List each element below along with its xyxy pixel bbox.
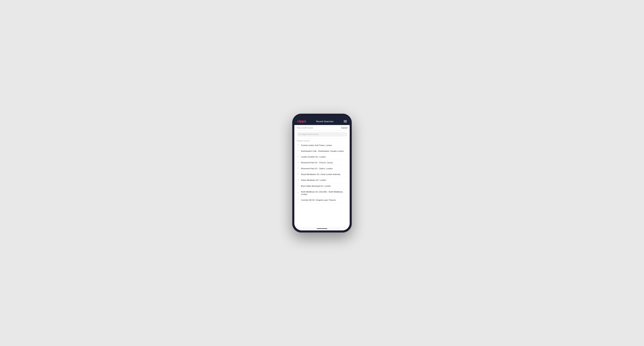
home-indicator xyxy=(317,228,327,229)
course-name: London Scottish GC, London xyxy=(301,156,326,158)
cancel-button[interactable]: Cancel xyxy=(341,127,347,129)
content-area: Find a Golf Course Cancel xyxy=(294,125,350,227)
course-name: Dukes Meadows GC, London xyxy=(301,179,326,181)
hamburger-line-1 xyxy=(344,120,347,121)
course-name: Brent Valley Municipal GC, London xyxy=(301,185,331,187)
course-name: Roehampton Club - Roehampton, Greater Lo… xyxy=(301,150,344,152)
course-list-item[interactable]: Richmond Park GC - Prince's, Surrey xyxy=(294,160,350,166)
search-icon xyxy=(298,133,300,136)
pin-icon xyxy=(297,156,299,158)
course-list-item[interactable]: North Middlesex GC (1011942 - North Midd… xyxy=(294,189,350,197)
svg-point-5 xyxy=(298,162,298,162)
pin-icon xyxy=(297,173,299,175)
status-bar xyxy=(294,116,350,118)
svg-point-9 xyxy=(298,185,298,186)
pin-icon xyxy=(297,167,299,170)
search-input[interactable] xyxy=(302,133,346,135)
phone-screen: clippd Recent Searches Find a Golf Cours… xyxy=(294,116,350,230)
course-name: North Middlesex GC (1011942 - North Midd… xyxy=(301,190,347,196)
nav-title: Recent Searches xyxy=(316,120,334,123)
pin-icon xyxy=(297,185,299,187)
home-indicator-bar xyxy=(294,227,350,230)
hamburger-line-2 xyxy=(344,121,347,122)
course-list-item[interactable]: Coombe Hill GC, Kingston upon Thames xyxy=(294,197,350,203)
svg-point-4 xyxy=(298,156,298,157)
find-label: Find a Golf Course xyxy=(297,127,313,129)
pin-icon xyxy=(297,192,299,194)
nav-bar: clippd Recent Searches xyxy=(294,118,350,125)
search-container xyxy=(294,131,350,139)
hamburger-menu-button[interactable] xyxy=(344,120,347,122)
nearby-label: Nearby courses xyxy=(294,139,350,143)
pin-icon xyxy=(297,150,299,152)
svg-point-8 xyxy=(298,179,298,180)
course-name: Richmond Park GC - Duke's, London xyxy=(301,167,333,170)
search-wrapper xyxy=(297,132,347,137)
course-list-item[interactable]: Dukes Meadows GC, London xyxy=(294,177,350,183)
course-name: Richmond Park GC - Prince's, Surrey xyxy=(301,161,333,164)
svg-point-7 xyxy=(298,173,298,174)
pin-icon xyxy=(297,179,299,181)
course-name: Coombe Hill GC, Kingston upon Thames xyxy=(301,199,336,201)
course-name: Royal Wimbledon GC, Great London Authori… xyxy=(301,173,340,175)
course-list-item[interactable]: London Scottish GC, London xyxy=(294,154,350,160)
pin-icon xyxy=(297,199,299,201)
find-bar: Find a Golf Course Cancel xyxy=(294,125,350,131)
course-list-item[interactable]: Central London Golf Centre, London xyxy=(294,143,350,148)
svg-point-11 xyxy=(298,199,298,200)
course-list-item[interactable]: Richmond Park GC - Duke's, London xyxy=(294,166,350,172)
course-name: Central London Golf Centre, London xyxy=(301,144,332,147)
course-list: Central London Golf Centre, LondonRoeham… xyxy=(294,143,350,203)
pin-icon xyxy=(297,144,299,147)
svg-point-10 xyxy=(298,192,298,193)
course-list-item[interactable]: Royal Wimbledon GC, Great London Authori… xyxy=(294,172,350,177)
nearby-section: Nearby courses Central London Golf Centr… xyxy=(294,139,350,227)
pin-icon xyxy=(297,162,299,164)
svg-point-2 xyxy=(298,145,298,145)
course-list-item[interactable]: Roehampton Club - Roehampton, Greater Lo… xyxy=(294,148,350,154)
svg-line-1 xyxy=(300,135,300,135)
hamburger-line-3 xyxy=(344,122,347,122)
svg-point-3 xyxy=(298,150,298,151)
app-logo: clippd xyxy=(297,120,306,123)
course-list-item[interactable]: Brent Valley Municipal GC, London xyxy=(294,183,350,189)
svg-point-6 xyxy=(298,168,298,168)
phone-device: clippd Recent Searches Find a Golf Cours… xyxy=(292,114,352,232)
